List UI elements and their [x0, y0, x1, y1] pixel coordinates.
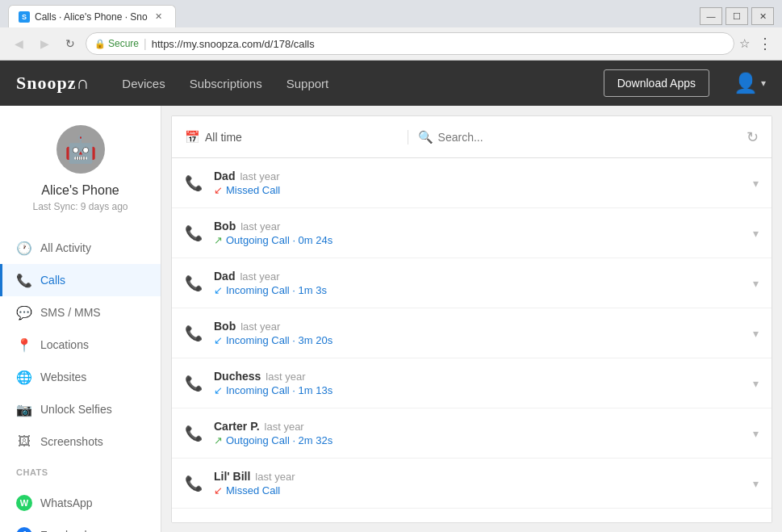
sidebar-item-calls[interactable]: 📞 Calls: [0, 264, 161, 296]
tab-area: S Calls · Alice's Phone · Sno ✕: [8, 5, 176, 27]
download-apps-button[interactable]: Download Apps: [604, 69, 709, 97]
call-phone-icon: 📞: [185, 425, 203, 442]
time-filter[interactable]: 📅 All time: [185, 130, 398, 145]
browser-tab[interactable]: S Calls · Alice's Phone · Sno ✕: [8, 5, 176, 27]
call-name-row: Dad last year: [214, 270, 746, 283]
call-detail-row: ↙ Incoming Call · 1m 3s: [214, 284, 746, 296]
browser-menu-icon[interactable]: ⋮: [755, 34, 774, 53]
sidebar-label-screenshots: Screenshots: [40, 435, 103, 448]
call-phone-icon: 📞: [185, 224, 203, 242]
close-button[interactable]: ✕: [751, 7, 774, 25]
time-filter-label: All time: [205, 131, 242, 144]
window-controls: — ☐ ✕: [700, 7, 774, 25]
call-direction-icon: ↙: [214, 284, 223, 296]
tab-close-icon[interactable]: ✕: [153, 10, 165, 23]
screenshot-icon: 🖼: [16, 434, 32, 450]
call-detail-row: ↙ Missed Call: [214, 484, 746, 496]
call-item[interactable]: 📞 Lil' Bill last year ↙ Missed Call ▾: [172, 459, 772, 509]
sidebar-profile: 🤖 Alice's Phone Last Sync: 9 days ago: [0, 106, 161, 225]
calls-list: 📞 Dad last year ↙ Missed Call ▾ 📞 Bob la…: [172, 158, 772, 522]
call-name-row: Dad last year: [214, 170, 746, 182]
sidebar-item-locations[interactable]: 📍 Locations: [0, 329, 161, 361]
title-bar: S Calls · Alice's Phone · Sno ✕ — ☐ ✕: [0, 0, 782, 27]
sidebar-item-websites[interactable]: 🌐 Websites: [0, 361, 161, 393]
filter-bar: 📅 All time 🔍 ↻: [172, 116, 772, 158]
sidebar-item-screenshots[interactable]: 🖼 Screenshots: [0, 425, 161, 458]
expand-icon[interactable]: ▾: [753, 227, 759, 240]
sidebar-label-unlock-selfies: Unlock Selfies: [40, 403, 112, 416]
call-item[interactable]: 📞 Bob last year ↗ Outgoing Call · 0m 24s…: [172, 208, 772, 258]
expand-icon[interactable]: ▾: [753, 477, 759, 490]
expand-icon[interactable]: ▾: [753, 277, 759, 290]
sidebar-label-sms-mms: SMS / MMS: [40, 306, 101, 319]
last-sync: Last Sync: 9 days ago: [32, 201, 128, 212]
sidebar-item-all-activity[interactable]: 🕐 All Activity: [0, 232, 161, 264]
search-box: 🔍: [408, 130, 737, 145]
forward-button[interactable]: ▶: [34, 33, 55, 54]
location-icon: 📍: [16, 337, 32, 353]
expand-icon[interactable]: ▾: [753, 427, 759, 440]
call-type-label: Incoming Call · 1m 3s: [226, 284, 327, 296]
tab-favicon: S: [19, 11, 30, 23]
maximize-button[interactable]: ☐: [726, 7, 748, 25]
nav-subscriptions[interactable]: Subscriptions: [190, 77, 262, 90]
call-detail-row: ↙ Incoming Call · 1m 13s: [214, 384, 746, 396]
sidebar-label-facebook: Facebook: [40, 529, 90, 532]
expand-icon[interactable]: ▾: [753, 377, 759, 390]
call-direction-icon: ↙: [214, 384, 223, 396]
call-name-row: Lil' Bill last year: [214, 470, 746, 483]
globe-icon: 🌐: [16, 369, 32, 385]
tab-title: Calls · Alice's Phone · Sno: [35, 11, 148, 23]
secure-label: Secure: [108, 38, 139, 49]
call-name-row: Duchess last year: [214, 370, 746, 383]
expand-icon[interactable]: ▾: [753, 327, 759, 340]
call-time: last year: [265, 421, 304, 433]
call-name-row: Bob last year: [214, 220, 746, 232]
bookmark-icon[interactable]: ☆: [739, 36, 750, 51]
lock-icon: 🔒: [94, 39, 106, 49]
call-name-row: Carter P. last year: [214, 420, 746, 433]
account-button[interactable]: 👤 ▾: [734, 72, 766, 94]
call-info: Duchess last year ↙ Incoming Call · 1m 1…: [214, 370, 746, 396]
call-detail-row: ↙ Incoming Call · 3m 20s: [214, 334, 746, 346]
expand-icon[interactable]: ▾: [753, 177, 759, 190]
sidebar-label-calls: Calls: [40, 274, 65, 287]
sidebar-label-whatsapp: WhatsApp: [40, 496, 93, 509]
sidebar-label-all-activity: All Activity: [40, 241, 91, 254]
right-outer: 📅 All time 🔍 ↻ 📞 Dad last year ↙: [161, 106, 782, 532]
call-direction-icon: ↗: [214, 434, 223, 446]
sidebar-item-facebook[interactable]: f Facebook: [0, 519, 161, 532]
call-type-label: Incoming Call · 3m 20s: [226, 334, 332, 346]
sidebar-item-whatsapp[interactable]: W WhatsApp: [0, 487, 161, 519]
sidebar-item-unlock-selfies[interactable]: 📷 Unlock Selfies: [0, 393, 161, 425]
call-item[interactable]: 📞 Dad last year ↙ Missed Call ▾: [172, 158, 772, 208]
call-item[interactable]: 📞 Carter P. last year ↗ Outgoing Call · …: [172, 408, 772, 459]
call-time: last year: [240, 320, 280, 333]
refresh-nav-button[interactable]: ↻: [60, 33, 81, 54]
secure-badge: 🔒 Secure: [94, 38, 139, 49]
call-time: last year: [255, 471, 295, 483]
call-item[interactable]: 📞 Dad last year ↙ Incoming Call · 1m 3s …: [172, 258, 772, 308]
call-direction-icon: ↙: [214, 184, 223, 196]
minimize-button[interactable]: —: [700, 7, 722, 25]
nav-support[interactable]: Support: [286, 77, 329, 90]
refresh-button[interactable]: ↻: [746, 128, 759, 146]
back-button[interactable]: ◀: [8, 33, 29, 54]
address-bar[interactable]: 🔒 Secure | https://my.snoopza.com/d/178/…: [86, 32, 734, 55]
call-item[interactable]: 📞 Bob last year ↙ Incoming Call · 3m 20s…: [172, 308, 772, 358]
call-name: Bob: [214, 320, 236, 333]
call-item[interactable]: 📞 Duchess last year ↙ Incoming Call · 1m…: [172, 358, 772, 408]
call-direction-icon: ↙: [214, 334, 223, 346]
call-type-label: Incoming Call · 1m 13s: [226, 384, 332, 396]
account-arrow-icon: ▾: [761, 77, 766, 89]
call-info: Bob last year ↗ Outgoing Call · 0m 24s: [214, 220, 746, 246]
call-detail-row: ↗ Outgoing Call · 0m 24s: [214, 234, 746, 246]
clock-icon: 🕐: [16, 240, 32, 256]
call-time: last year: [240, 270, 279, 283]
nav-devices[interactable]: Devices: [122, 77, 165, 90]
search-input[interactable]: [438, 131, 737, 144]
address-bar-row: ◀ ▶ ↻ 🔒 Secure | https://my.snoopza.com/…: [0, 27, 782, 60]
account-icon: 👤: [734, 72, 758, 94]
call-direction-icon: ↙: [214, 484, 223, 496]
sidebar-item-sms-mms[interactable]: 💬 SMS / MMS: [0, 296, 161, 329]
